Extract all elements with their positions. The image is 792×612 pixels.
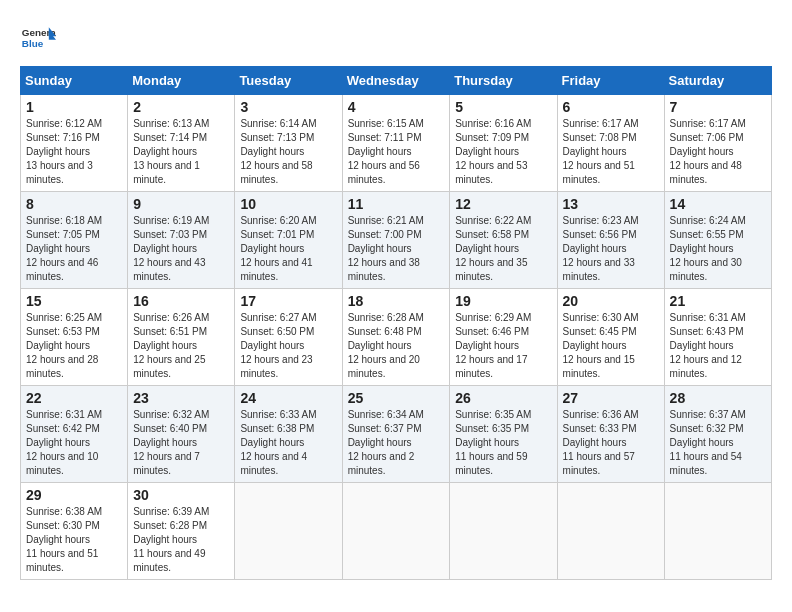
day-info: Sunrise: 6:29 AMSunset: 6:46 PMDaylight … — [455, 312, 531, 379]
svg-text:Blue: Blue — [22, 38, 44, 49]
day-number: 18 — [348, 293, 445, 309]
day-info: Sunrise: 6:19 AMSunset: 7:03 PMDaylight … — [133, 215, 209, 282]
day-info: Sunrise: 6:35 AMSunset: 6:35 PMDaylight … — [455, 409, 531, 476]
table-row: 28 Sunrise: 6:37 AMSunset: 6:32 PMDaylig… — [664, 386, 771, 483]
col-friday: Friday — [557, 67, 664, 95]
day-info: Sunrise: 6:32 AMSunset: 6:40 PMDaylight … — [133, 409, 209, 476]
calendar-week-4: 22 Sunrise: 6:31 AMSunset: 6:42 PMDaylig… — [21, 386, 772, 483]
day-info: Sunrise: 6:34 AMSunset: 6:37 PMDaylight … — [348, 409, 424, 476]
table-row: 1 Sunrise: 6:12 AMSunset: 7:16 PMDayligh… — [21, 95, 128, 192]
day-number: 25 — [348, 390, 445, 406]
day-info: Sunrise: 6:39 AMSunset: 6:28 PMDaylight … — [133, 506, 209, 573]
table-row: 10 Sunrise: 6:20 AMSunset: 7:01 PMDaylig… — [235, 192, 342, 289]
calendar-week-1: 1 Sunrise: 6:12 AMSunset: 7:16 PMDayligh… — [21, 95, 772, 192]
day-info: Sunrise: 6:31 AMSunset: 6:43 PMDaylight … — [670, 312, 746, 379]
day-info: Sunrise: 6:27 AMSunset: 6:50 PMDaylight … — [240, 312, 316, 379]
table-row: 9 Sunrise: 6:19 AMSunset: 7:03 PMDayligh… — [128, 192, 235, 289]
calendar-table: Sunday Monday Tuesday Wednesday Thursday… — [20, 66, 772, 580]
day-number: 3 — [240, 99, 336, 115]
calendar-week-3: 15 Sunrise: 6:25 AMSunset: 6:53 PMDaylig… — [21, 289, 772, 386]
col-monday: Monday — [128, 67, 235, 95]
calendar-week-5: 29 Sunrise: 6:38 AMSunset: 6:30 PMDaylig… — [21, 483, 772, 580]
table-row — [342, 483, 450, 580]
table-row — [450, 483, 557, 580]
table-row: 5 Sunrise: 6:16 AMSunset: 7:09 PMDayligh… — [450, 95, 557, 192]
day-info: Sunrise: 6:30 AMSunset: 6:45 PMDaylight … — [563, 312, 639, 379]
day-number: 12 — [455, 196, 551, 212]
table-row: 18 Sunrise: 6:28 AMSunset: 6:48 PMDaylig… — [342, 289, 450, 386]
day-number: 4 — [348, 99, 445, 115]
header-row: Sunday Monday Tuesday Wednesday Thursday… — [21, 67, 772, 95]
table-row: 25 Sunrise: 6:34 AMSunset: 6:37 PMDaylig… — [342, 386, 450, 483]
table-row: 21 Sunrise: 6:31 AMSunset: 6:43 PMDaylig… — [664, 289, 771, 386]
day-info: Sunrise: 6:20 AMSunset: 7:01 PMDaylight … — [240, 215, 316, 282]
logo-icon: General Blue — [20, 20, 56, 56]
table-row — [664, 483, 771, 580]
day-number: 10 — [240, 196, 336, 212]
table-row: 12 Sunrise: 6:22 AMSunset: 6:58 PMDaylig… — [450, 192, 557, 289]
page-header: General Blue — [20, 20, 772, 56]
day-number: 13 — [563, 196, 659, 212]
day-number: 26 — [455, 390, 551, 406]
table-row: 8 Sunrise: 6:18 AMSunset: 7:05 PMDayligh… — [21, 192, 128, 289]
table-row: 26 Sunrise: 6:35 AMSunset: 6:35 PMDaylig… — [450, 386, 557, 483]
day-info: Sunrise: 6:16 AMSunset: 7:09 PMDaylight … — [455, 118, 531, 185]
col-sunday: Sunday — [21, 67, 128, 95]
table-row: 13 Sunrise: 6:23 AMSunset: 6:56 PMDaylig… — [557, 192, 664, 289]
day-info: Sunrise: 6:33 AMSunset: 6:38 PMDaylight … — [240, 409, 316, 476]
day-info: Sunrise: 6:38 AMSunset: 6:30 PMDaylight … — [26, 506, 102, 573]
col-wednesday: Wednesday — [342, 67, 450, 95]
day-number: 20 — [563, 293, 659, 309]
table-row: 4 Sunrise: 6:15 AMSunset: 7:11 PMDayligh… — [342, 95, 450, 192]
day-number: 30 — [133, 487, 229, 503]
table-row: 24 Sunrise: 6:33 AMSunset: 6:38 PMDaylig… — [235, 386, 342, 483]
day-number: 16 — [133, 293, 229, 309]
table-row: 23 Sunrise: 6:32 AMSunset: 6:40 PMDaylig… — [128, 386, 235, 483]
day-number: 9 — [133, 196, 229, 212]
table-row: 19 Sunrise: 6:29 AMSunset: 6:46 PMDaylig… — [450, 289, 557, 386]
day-info: Sunrise: 6:31 AMSunset: 6:42 PMDaylight … — [26, 409, 102, 476]
table-row: 6 Sunrise: 6:17 AMSunset: 7:08 PMDayligh… — [557, 95, 664, 192]
day-info: Sunrise: 6:21 AMSunset: 7:00 PMDaylight … — [348, 215, 424, 282]
day-number: 23 — [133, 390, 229, 406]
day-info: Sunrise: 6:12 AMSunset: 7:16 PMDaylight … — [26, 118, 102, 185]
day-number: 17 — [240, 293, 336, 309]
col-tuesday: Tuesday — [235, 67, 342, 95]
day-info: Sunrise: 6:23 AMSunset: 6:56 PMDaylight … — [563, 215, 639, 282]
day-number: 28 — [670, 390, 766, 406]
day-number: 14 — [670, 196, 766, 212]
day-number: 11 — [348, 196, 445, 212]
day-number: 5 — [455, 99, 551, 115]
calendar-week-2: 8 Sunrise: 6:18 AMSunset: 7:05 PMDayligh… — [21, 192, 772, 289]
table-row: 20 Sunrise: 6:30 AMSunset: 6:45 PMDaylig… — [557, 289, 664, 386]
day-info: Sunrise: 6:37 AMSunset: 6:32 PMDaylight … — [670, 409, 746, 476]
table-row — [557, 483, 664, 580]
table-row — [235, 483, 342, 580]
day-number: 21 — [670, 293, 766, 309]
day-number: 24 — [240, 390, 336, 406]
table-row: 7 Sunrise: 6:17 AMSunset: 7:06 PMDayligh… — [664, 95, 771, 192]
day-number: 6 — [563, 99, 659, 115]
col-thursday: Thursday — [450, 67, 557, 95]
day-number: 29 — [26, 487, 122, 503]
day-number: 7 — [670, 99, 766, 115]
logo: General Blue — [20, 20, 56, 56]
col-saturday: Saturday — [664, 67, 771, 95]
table-row: 16 Sunrise: 6:26 AMSunset: 6:51 PMDaylig… — [128, 289, 235, 386]
table-row: 22 Sunrise: 6:31 AMSunset: 6:42 PMDaylig… — [21, 386, 128, 483]
day-info: Sunrise: 6:24 AMSunset: 6:55 PMDaylight … — [670, 215, 746, 282]
day-info: Sunrise: 6:28 AMSunset: 6:48 PMDaylight … — [348, 312, 424, 379]
day-info: Sunrise: 6:15 AMSunset: 7:11 PMDaylight … — [348, 118, 424, 185]
table-row: 14 Sunrise: 6:24 AMSunset: 6:55 PMDaylig… — [664, 192, 771, 289]
table-row: 29 Sunrise: 6:38 AMSunset: 6:30 PMDaylig… — [21, 483, 128, 580]
day-number: 27 — [563, 390, 659, 406]
table-row: 11 Sunrise: 6:21 AMSunset: 7:00 PMDaylig… — [342, 192, 450, 289]
day-number: 15 — [26, 293, 122, 309]
day-info: Sunrise: 6:25 AMSunset: 6:53 PMDaylight … — [26, 312, 102, 379]
day-info: Sunrise: 6:22 AMSunset: 6:58 PMDaylight … — [455, 215, 531, 282]
table-row: 27 Sunrise: 6:36 AMSunset: 6:33 PMDaylig… — [557, 386, 664, 483]
day-info: Sunrise: 6:17 AMSunset: 7:06 PMDaylight … — [670, 118, 746, 185]
day-info: Sunrise: 6:13 AMSunset: 7:14 PMDaylight … — [133, 118, 209, 185]
day-number: 19 — [455, 293, 551, 309]
table-row: 30 Sunrise: 6:39 AMSunset: 6:28 PMDaylig… — [128, 483, 235, 580]
